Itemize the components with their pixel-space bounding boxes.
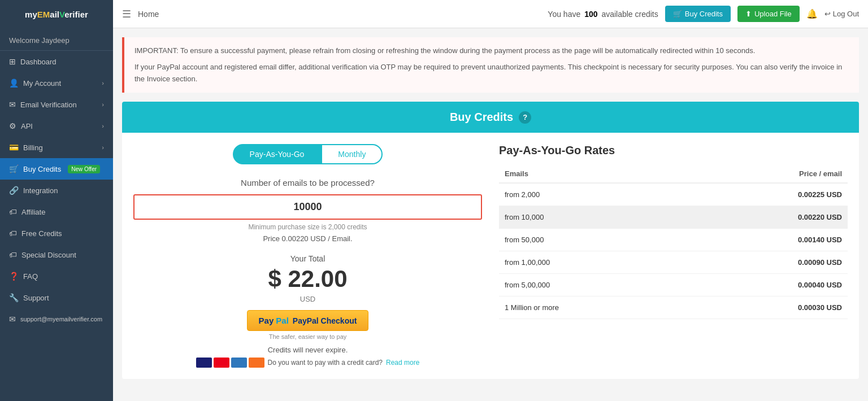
upload-icon: ⬆	[745, 10, 752, 18]
rate-price-5: 0.00030 USD	[688, 297, 848, 319]
rate-emails-5: 1 Million or more	[499, 297, 688, 319]
read-more-link[interactable]: Read more	[386, 359, 419, 367]
sidebar-label-integration: Integration	[23, 186, 58, 195]
alert-box: IMPORTANT: To ensure a successful paymen…	[122, 37, 859, 93]
sidebar-label-free-credits: Free Credits	[21, 229, 62, 238]
paypal-logo: Pay	[259, 316, 274, 325]
affiliate-icon: 🏷	[9, 207, 17, 216]
dashboard-icon: ⊞	[9, 57, 16, 66]
email-count-input[interactable]	[133, 194, 482, 220]
min-purchase-note: Minimum purchase size is 2,000 credits	[133, 223, 482, 231]
price-per-email: Price 0.00220 USD / Email.	[133, 234, 482, 243]
paypal-text-logo: Pal	[276, 316, 289, 325]
paypal-button-wrapper: PayPal PayPal Checkout	[133, 310, 482, 331]
logout-icon: ↩	[824, 10, 831, 18]
sidebar-label-billing: Billing	[23, 143, 43, 152]
sidebar-item-billing[interactable]: 💳 Billing ›	[0, 137, 113, 158]
tab-group: Pay-As-You-Go Monthly	[133, 144, 482, 164]
table-row: from 5,00,000 0.00040 USD	[499, 274, 848, 297]
rate-price-0: 0.00225 USD	[688, 183, 848, 206]
sidebar-label-buy-credits: Buy Credits	[23, 165, 61, 173]
upload-file-button[interactable]: ⬆ Upload File	[737, 6, 800, 22]
billing-icon: 💳	[9, 143, 19, 152]
credits-expire: Credits will never expire.	[133, 346, 482, 354]
left-panel: Pay-As-You-Go Monthly Number of emails t…	[133, 144, 482, 368]
credits-info: You have 100 available credits	[548, 10, 658, 19]
integration-icon: 🔗	[9, 186, 19, 195]
sidebar-item-api[interactable]: ⚙ API ›	[0, 115, 113, 137]
credit-card-text: Do you want to pay with a credit card?	[268, 359, 383, 367]
sidebar-item-integration[interactable]: 🔗 Integration	[0, 180, 113, 201]
sidebar-label-account: My Account	[23, 79, 61, 88]
email-icon: ✉	[9, 100, 16, 109]
sidebar-item-free-credits[interactable]: 🏷 Free Credits	[0, 223, 113, 244]
rate-emails-3: from 1,00,000	[499, 251, 688, 274]
buy-credits-header-button[interactable]: 🛒 Buy Credits	[665, 6, 731, 22]
cart-icon: 🛒	[673, 10, 682, 18]
logout-button[interactable]: ↩ Log Out	[824, 10, 859, 18]
discover-icon	[249, 358, 264, 368]
sidebar-item-my-account[interactable]: 👤 My Account ›	[0, 72, 113, 94]
rate-price-3: 0.00090 USD	[688, 251, 848, 274]
free-credits-icon: 🏷	[9, 229, 17, 238]
table-row: from 2,000 0.00225 USD	[499, 183, 848, 206]
total-currency: USD	[133, 295, 482, 303]
tab-monthly[interactable]: Monthly	[321, 144, 383, 164]
buy-credits-title: Buy Credits	[450, 111, 513, 124]
paypal-btn-label: PayPal Checkout	[293, 316, 357, 325]
mastercard-icon	[214, 358, 229, 368]
card-icons	[196, 358, 264, 368]
bell-icon[interactable]: 🔔	[806, 8, 818, 19]
breadcrumb-home[interactable]: Home	[138, 10, 159, 19]
credits-count: 100	[584, 10, 597, 19]
tab-pay-as-you-go[interactable]: Pay-As-You-Go	[233, 144, 322, 164]
sidebar-label-faq: FAQ	[23, 272, 38, 281]
sidebar-item-faq[interactable]: ❓ FAQ	[0, 265, 113, 287]
rate-emails-0: from 2,000	[499, 183, 688, 206]
sidebar-welcome: Welcome Jaydeep	[0, 28, 113, 51]
sidebar-label-affiliate: Affiliate	[21, 208, 45, 216]
new-offer-badge: New Offer	[68, 165, 100, 173]
sidebar: Welcome Jaydeep ⊞ Dashboard 👤 My Account…	[0, 28, 113, 401]
rate-price-1: 0.00220 USD	[688, 206, 848, 229]
chevron-right-icon-3: ›	[102, 123, 104, 129]
rate-price-2: 0.00140 USD	[688, 229, 848, 251]
rates-table: Emails Price / email from 2,000 0.00225 …	[499, 165, 848, 319]
email-support-icon: ✉	[9, 315, 16, 324]
buy-credits-icon: 🛒	[9, 164, 19, 173]
table-row: from 10,000 0.00220 USD	[499, 206, 848, 229]
form-label: Number of emails to be processed?	[133, 178, 482, 188]
rate-emails-2: from 50,000	[499, 229, 688, 251]
hamburger-icon[interactable]: ☰	[122, 8, 131, 20]
support-icon: 🔧	[9, 293, 19, 302]
special-discount-icon: 🏷	[9, 250, 17, 259]
sidebar-item-buy-credits[interactable]: 🛒 Buy Credits New Offer	[0, 158, 113, 180]
main-content: IMPORTANT: To ensure a successful paymen…	[113, 28, 868, 401]
sidebar-label-support: Support	[23, 294, 49, 302]
sidebar-item-support[interactable]: 🔧 Support	[0, 287, 113, 308]
total-amount: $ 22.00	[133, 265, 482, 293]
col-emails: Emails	[499, 165, 688, 183]
faq-icon: ❓	[9, 272, 19, 281]
sidebar-item-affiliate[interactable]: 🏷 Affiliate	[0, 201, 113, 223]
sidebar-item-email-verification[interactable]: ✉ Email Verification ›	[0, 94, 113, 115]
sidebar-label-email-support: support@myemailverifier.com	[20, 316, 102, 322]
sidebar-item-special-discount[interactable]: 🏷 Special Discount	[0, 244, 113, 265]
paypal-tagline: The safer, easier way to pay	[133, 333, 482, 340]
sidebar-item-dashboard[interactable]: ⊞ Dashboard	[0, 51, 113, 72]
sidebar-label-dashboard: Dashboard	[20, 58, 57, 66]
rate-price-4: 0.00040 USD	[688, 274, 848, 297]
buy-credits-container: Buy Credits ? Pay-As-You-Go Monthly Numb…	[122, 102, 859, 379]
sidebar-item-email-support[interactable]: ✉ support@myemailverifier.com	[0, 308, 113, 330]
paypal-checkout-button[interactable]: PayPal PayPal Checkout	[247, 310, 369, 331]
table-row: from 1,00,000 0.00090 USD	[499, 251, 848, 274]
alert-line-2: If your PayPal account and registered em…	[134, 62, 849, 85]
table-row: 1 Million or more 0.00030 USD	[499, 297, 848, 319]
visa-icon	[196, 358, 212, 368]
sidebar-label-api: API	[21, 122, 33, 130]
header-right: You have 100 available credits 🛒 Buy Cre…	[548, 6, 859, 22]
sidebar-label-special-discount: Special Discount	[21, 251, 76, 259]
col-price: Price / email	[688, 165, 848, 183]
help-icon[interactable]: ?	[519, 111, 531, 124]
rate-emails-1: from 10,000	[499, 206, 688, 229]
